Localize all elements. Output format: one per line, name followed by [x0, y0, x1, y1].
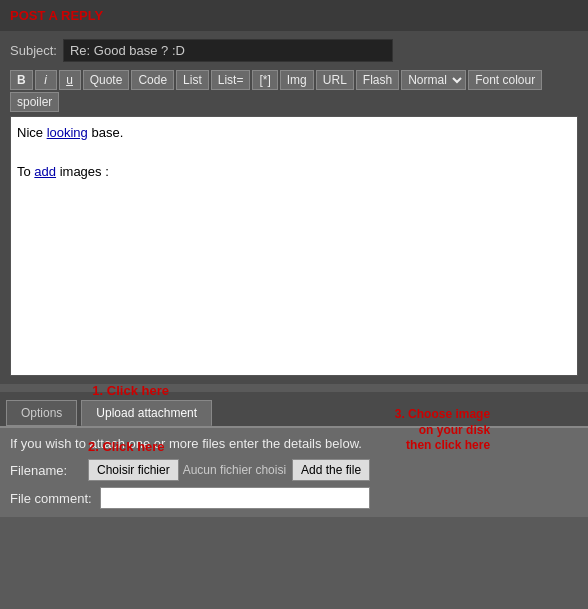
file-input-wrapper: 2. Click here Choisir fichier Aucun fich…	[88, 459, 370, 481]
subject-label: Subject:	[10, 43, 57, 58]
file-comment-input[interactable]	[100, 487, 370, 509]
spoiler-button[interactable]: spoiler	[10, 92, 59, 112]
form-area: Subject: B i u Quote Code List List= [*]…	[0, 31, 588, 384]
file-comment-label: File comment:	[10, 491, 92, 506]
add-file-button[interactable]: Add the file	[292, 459, 370, 481]
list-equals-button[interactable]: List=	[211, 70, 251, 90]
attachment-description: If you wish to attach one or more files …	[10, 436, 578, 451]
no-file-text: Aucun fichier choisi	[183, 463, 286, 477]
toolbar: B i u Quote Code List List= [*] Img URL …	[10, 70, 578, 112]
font-colour-button[interactable]: Font colour	[468, 70, 542, 90]
list-button[interactable]: List	[176, 70, 209, 90]
filename-row: Filename: 2. Click here Choisir fichier …	[10, 459, 578, 481]
underline-button[interactable]: u	[59, 70, 81, 90]
click-here-1-label: 1. Click here	[92, 383, 169, 398]
code-button[interactable]: Code	[131, 70, 174, 90]
flash-button[interactable]: Flash	[356, 70, 399, 90]
tabs-row: Options 1. Click here Upload attachment	[0, 392, 588, 426]
list-item-button[interactable]: [*]	[252, 70, 277, 90]
subject-input[interactable]	[63, 39, 393, 62]
tab-options[interactable]: Options	[6, 400, 77, 426]
file-comment-row: File comment:	[10, 487, 578, 509]
filename-label: Filename:	[10, 463, 80, 478]
subject-row: Subject:	[10, 39, 578, 62]
choose-file-button[interactable]: Choisir fichier	[88, 459, 179, 481]
header-title: POST A REPLY	[10, 8, 103, 23]
bold-button[interactable]: B	[10, 70, 33, 90]
tab-upload-attachment[interactable]: 1. Click here Upload attachment	[81, 400, 212, 426]
attachment-panel: If you wish to attach one or more files …	[0, 426, 588, 517]
img-button[interactable]: Img	[280, 70, 314, 90]
divider	[0, 384, 588, 392]
url-button[interactable]: URL	[316, 70, 354, 90]
italic-button[interactable]: i	[35, 70, 57, 90]
quote-button[interactable]: Quote	[83, 70, 130, 90]
post-reply-header: POST A REPLY	[0, 0, 588, 31]
message-area[interactable]: Nice looking base. To add images :	[10, 116, 578, 376]
size-select[interactable]: Normal Small Large Huge	[401, 70, 466, 90]
bottom-area: Options 1. Click here Upload attachment …	[0, 392, 588, 517]
